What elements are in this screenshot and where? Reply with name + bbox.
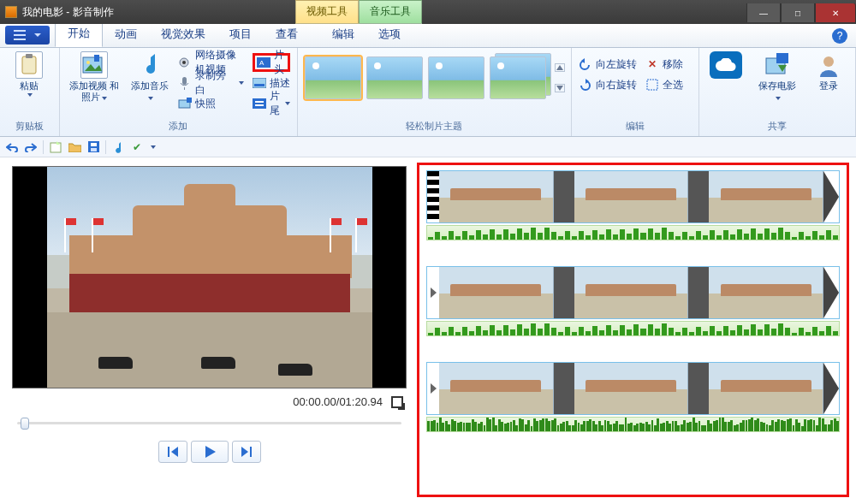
- sign-in-button[interactable]: 登录: [809, 51, 848, 92]
- rotate-right-button[interactable]: 向右旋转: [579, 75, 637, 94]
- user-icon: [815, 51, 842, 79]
- preview-frame: [47, 167, 372, 388]
- caret-down-icon: [34, 33, 41, 37]
- select-all-button[interactable]: 全选: [645, 75, 683, 94]
- rotate-left-button[interactable]: 向左旋转: [579, 55, 637, 74]
- clip-row[interactable]: [426, 266, 840, 336]
- save-movie-button[interactable]: 保存电影: [758, 51, 797, 103]
- tab-animation[interactable]: 动画: [103, 22, 149, 47]
- film-perforation-icon: [427, 171, 439, 222]
- svg-rect-0: [22, 56, 36, 74]
- clip-thumbnail[interactable]: [439, 171, 554, 222]
- clip-start-marker-icon: [427, 267, 439, 318]
- tab-project[interactable]: 项目: [217, 22, 264, 47]
- snapshot-button[interactable]: 快照: [178, 94, 243, 113]
- caret-down-icon: [239, 81, 244, 85]
- quick-access-toolbar: ✔: [0, 137, 856, 157]
- qat-separator: [43, 140, 44, 154]
- title-button[interactable]: A 片头: [253, 53, 290, 72]
- clip-gap: [688, 363, 709, 414]
- microphone-icon: [178, 76, 191, 90]
- prev-frame-button[interactable]: [158, 441, 187, 463]
- filmstrip[interactable]: [426, 170, 840, 223]
- rotate-right-label: 向右旋转: [596, 78, 637, 92]
- close-button[interactable]: ✕: [815, 3, 856, 22]
- fullscreen-button[interactable]: [391, 396, 403, 408]
- minimize-button[interactable]: —: [746, 3, 781, 22]
- themes-gallery[interactable]: [305, 51, 568, 99]
- select-all-label: 全选: [663, 78, 683, 92]
- svg-rect-1: [26, 54, 33, 58]
- theme-item[interactable]: [305, 56, 361, 99]
- rotate-right-icon: [579, 78, 592, 92]
- next-frame-button[interactable]: [232, 441, 261, 463]
- gallery-more-button[interactable]: [555, 84, 565, 92]
- clip-thumbnail[interactable]: [574, 267, 689, 318]
- gallery-up-button[interactable]: [555, 63, 565, 72]
- theme-item[interactable]: [490, 56, 546, 99]
- clip-thumbnail[interactable]: [574, 171, 689, 222]
- redo-button[interactable]: [24, 140, 38, 154]
- audio-track[interactable]: [426, 417, 840, 432]
- qat-separator: [105, 140, 106, 154]
- clip-gap: [554, 171, 574, 222]
- clip-end-marker-icon: [823, 267, 839, 318]
- remove-button[interactable]: ✕ 移除: [645, 55, 683, 74]
- tab-edit[interactable]: 编辑: [320, 22, 366, 47]
- qat-check-button[interactable]: ✔: [130, 140, 144, 154]
- context-tab-video-tools[interactable]: 视频工具: [295, 0, 359, 24]
- webcam-icon: [178, 56, 192, 69]
- group-label-edit: 编辑: [579, 120, 692, 136]
- clip-thumbnail[interactable]: [709, 171, 823, 222]
- open-button[interactable]: [68, 140, 81, 154]
- context-tool-tabs: 视频工具 音乐工具: [295, 0, 422, 24]
- seek-thumb[interactable]: [21, 418, 29, 430]
- save-button[interactable]: [86, 140, 100, 154]
- ribbon: 粘贴 剪贴板 添加视频 和照片 添加音乐: [0, 48, 856, 137]
- caret-down-icon: [102, 97, 107, 100]
- audio-track[interactable]: [426, 321, 840, 336]
- help-icon[interactable]: ?: [832, 28, 847, 44]
- preview-pane: 00:00.00/01:20.94: [0, 157, 415, 504]
- tab-visual-effects[interactable]: 视觉效果: [149, 22, 217, 47]
- qat-music-button[interactable]: [111, 140, 125, 154]
- rotate-left-icon: [579, 57, 592, 71]
- onedrive-button[interactable]: [706, 51, 746, 103]
- tab-home[interactable]: 开始: [55, 21, 103, 47]
- clip-row[interactable]: [426, 362, 840, 432]
- credits-button[interactable]: 片尾: [253, 94, 290, 113]
- context-tab-music-tools[interactable]: 音乐工具: [359, 0, 422, 24]
- clip-row[interactable]: [426, 170, 840, 240]
- filmstrip[interactable]: [426, 266, 840, 319]
- preview-monitor[interactable]: [12, 166, 407, 388]
- clip-thumbnail[interactable]: [709, 363, 823, 414]
- play-button[interactable]: [191, 441, 229, 463]
- record-narration-button[interactable]: 录制旁白: [178, 74, 243, 92]
- clip-thumbnail[interactable]: [574, 363, 689, 414]
- undo-button[interactable]: [5, 140, 19, 154]
- file-menu[interactable]: [5, 26, 50, 44]
- tab-options[interactable]: 选项: [366, 22, 413, 47]
- qat-customize-caret[interactable]: [151, 145, 156, 149]
- paste-button[interactable]: 粘贴: [9, 51, 49, 97]
- clip-thumbnail[interactable]: [439, 363, 554, 414]
- group-label-add: 添加: [67, 120, 290, 136]
- theme-item[interactable]: [428, 56, 484, 99]
- svg-rect-26: [168, 447, 169, 457]
- maximize-button[interactable]: □: [781, 3, 815, 22]
- tab-view[interactable]: 查看: [264, 22, 310, 47]
- filmstrip[interactable]: [426, 362, 840, 415]
- clip-thumbnail[interactable]: [709, 267, 823, 318]
- storyboard-pane: [415, 157, 856, 504]
- add-music-button[interactable]: 添加音乐: [130, 51, 169, 103]
- music-note-icon: [136, 51, 163, 79]
- new-project-button[interactable]: [49, 140, 62, 154]
- add-video-photo-button[interactable]: 添加视频 和照片: [67, 51, 122, 103]
- theme-item[interactable]: [366, 56, 423, 99]
- clip-thumbnail[interactable]: [439, 267, 554, 318]
- workspace: 00:00.00/01:20.94: [0, 157, 856, 504]
- seek-slider[interactable]: [12, 415, 407, 430]
- audio-track[interactable]: [426, 225, 840, 240]
- caret-down-icon: [776, 97, 781, 100]
- menu-tabs: 开始 动画 视觉效果 项目 查看 编辑 选项 ?: [0, 24, 856, 48]
